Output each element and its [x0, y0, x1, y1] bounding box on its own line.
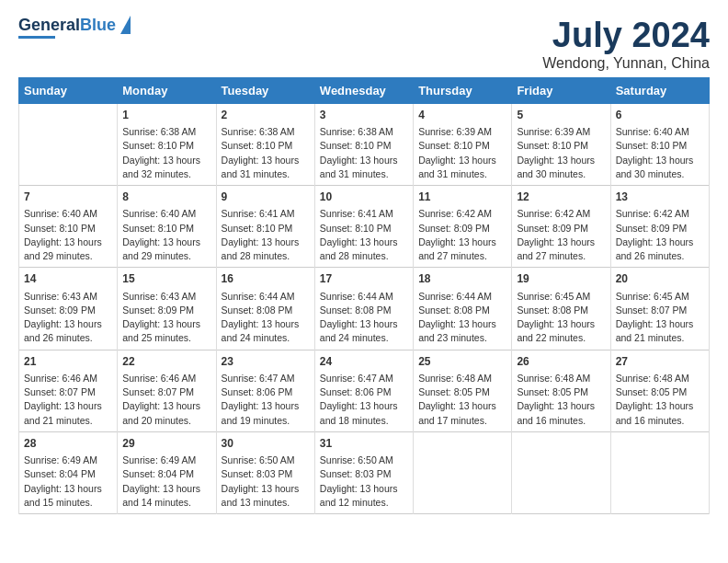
day-info: Sunrise: 6:50 AM Sunset: 8:03 PM Dayligh…: [320, 454, 408, 510]
day-info: Sunrise: 6:39 AM Sunset: 8:10 PM Dayligh…: [418, 125, 506, 181]
header-day-wednesday: Wednesday: [314, 77, 413, 103]
page: GeneralBlue July 2024 Wendong, Yunnan, C…: [0, 0, 728, 523]
main-title: July 2024: [542, 17, 710, 55]
calendar-cell: 17Sunrise: 6:44 AM Sunset: 8:08 PM Dayli…: [314, 268, 413, 350]
day-number: 7: [24, 190, 112, 205]
calendar-cell: 2Sunrise: 6:38 AM Sunset: 8:10 PM Daylig…: [216, 103, 314, 185]
calendar-cell: 23Sunrise: 6:47 AM Sunset: 8:06 PM Dayli…: [216, 350, 314, 431]
day-number: 17: [320, 271, 408, 287]
calendar-cell: 28Sunrise: 6:49 AM Sunset: 8:04 PM Dayli…: [19, 431, 118, 513]
day-info: Sunrise: 6:40 AM Sunset: 8:10 PM Dayligh…: [122, 207, 210, 263]
calendar-cell: 7Sunrise: 6:40 AM Sunset: 8:10 PM Daylig…: [19, 186, 118, 268]
calendar-cell: 14Sunrise: 6:43 AM Sunset: 8:09 PM Dayli…: [19, 268, 118, 350]
day-info: Sunrise: 6:40 AM Sunset: 8:10 PM Dayligh…: [616, 125, 704, 181]
week-row-2: 7Sunrise: 6:40 AM Sunset: 8:10 PM Daylig…: [19, 186, 710, 268]
day-number: 25: [418, 354, 506, 370]
header-day-thursday: Thursday: [414, 77, 512, 103]
title-block: July 2024 Wendong, Yunnan, China: [542, 17, 710, 72]
day-number: 8: [122, 190, 210, 205]
week-row-4: 21Sunrise: 6:46 AM Sunset: 8:07 PM Dayli…: [19, 350, 710, 431]
day-info: Sunrise: 6:41 AM Sunset: 8:10 PM Dayligh…: [222, 207, 310, 263]
day-info: Sunrise: 6:46 AM Sunset: 8:07 PM Dayligh…: [122, 372, 210, 428]
day-info: Sunrise: 6:47 AM Sunset: 8:06 PM Dayligh…: [222, 372, 310, 428]
logo: GeneralBlue: [18, 17, 131, 39]
day-info: Sunrise: 6:39 AM Sunset: 8:10 PM Dayligh…: [517, 125, 605, 181]
logo-general: GeneralBlue: [18, 17, 116, 35]
header: GeneralBlue July 2024 Wendong, Yunnan, C…: [18, 17, 710, 72]
day-number: 12: [517, 190, 605, 205]
calendar-cell: [610, 431, 709, 513]
day-info: Sunrise: 6:42 AM Sunset: 8:09 PM Dayligh…: [517, 207, 605, 263]
day-number: 14: [24, 271, 112, 287]
calendar-cell: 27Sunrise: 6:48 AM Sunset: 8:05 PM Dayli…: [610, 350, 709, 431]
calendar-cell: 15Sunrise: 6:43 AM Sunset: 8:09 PM Dayli…: [118, 268, 216, 350]
day-info: Sunrise: 6:38 AM Sunset: 8:10 PM Dayligh…: [320, 125, 408, 181]
calendar-cell: 20Sunrise: 6:45 AM Sunset: 8:07 PM Dayli…: [610, 268, 709, 350]
calendar-cell: [414, 431, 512, 513]
day-number: 27: [616, 354, 704, 370]
calendar-cell: 4Sunrise: 6:39 AM Sunset: 8:10 PM Daylig…: [414, 103, 512, 185]
day-number: 6: [616, 108, 704, 123]
day-info: Sunrise: 6:43 AM Sunset: 8:09 PM Dayligh…: [24, 290, 112, 346]
calendar-cell: 18Sunrise: 6:44 AM Sunset: 8:08 PM Dayli…: [414, 268, 512, 350]
day-number: 4: [418, 108, 506, 123]
calendar-cell: 11Sunrise: 6:42 AM Sunset: 8:09 PM Dayli…: [414, 186, 512, 268]
header-day-saturday: Saturday: [610, 77, 709, 103]
logo-triangle-icon: [120, 16, 131, 34]
day-number: 13: [616, 190, 704, 205]
day-info: Sunrise: 6:40 AM Sunset: 8:10 PM Dayligh…: [24, 207, 112, 263]
day-number: 22: [122, 354, 210, 370]
calendar-table: SundayMondayTuesdayWednesdayThursdayFrid…: [18, 77, 710, 514]
day-number: 26: [517, 354, 605, 370]
calendar-cell: 22Sunrise: 6:46 AM Sunset: 8:07 PM Dayli…: [118, 350, 216, 431]
calendar-cell: 10Sunrise: 6:41 AM Sunset: 8:10 PM Dayli…: [314, 186, 413, 268]
day-number: 10: [320, 190, 408, 205]
day-info: Sunrise: 6:41 AM Sunset: 8:10 PM Dayligh…: [320, 207, 408, 263]
calendar-cell: 25Sunrise: 6:48 AM Sunset: 8:05 PM Dayli…: [414, 350, 512, 431]
day-info: Sunrise: 6:48 AM Sunset: 8:05 PM Dayligh…: [517, 372, 605, 428]
week-row-1: 1Sunrise: 6:38 AM Sunset: 8:10 PM Daylig…: [19, 103, 710, 185]
day-number: 20: [616, 271, 704, 287]
week-row-3: 14Sunrise: 6:43 AM Sunset: 8:09 PM Dayli…: [19, 268, 710, 350]
day-number: 2: [222, 108, 310, 123]
day-number: 5: [517, 108, 605, 123]
day-info: Sunrise: 6:42 AM Sunset: 8:09 PM Dayligh…: [616, 207, 704, 263]
calendar-cell: 21Sunrise: 6:46 AM Sunset: 8:07 PM Dayli…: [19, 350, 118, 431]
day-number: 23: [222, 354, 310, 370]
calendar-cell: 19Sunrise: 6:45 AM Sunset: 8:08 PM Dayli…: [512, 268, 610, 350]
day-number: 15: [122, 271, 210, 287]
day-info: Sunrise: 6:38 AM Sunset: 8:10 PM Dayligh…: [222, 125, 310, 181]
calendar-cell: 5Sunrise: 6:39 AM Sunset: 8:10 PM Daylig…: [512, 103, 610, 185]
day-number: 3: [320, 108, 408, 123]
day-number: 18: [418, 271, 506, 287]
day-number: 19: [517, 271, 605, 287]
day-info: Sunrise: 6:48 AM Sunset: 8:05 PM Dayligh…: [616, 372, 704, 428]
calendar-header-row: SundayMondayTuesdayWednesdayThursdayFrid…: [19, 77, 710, 103]
calendar-cell: 6Sunrise: 6:40 AM Sunset: 8:10 PM Daylig…: [610, 103, 709, 185]
calendar-cell: 1Sunrise: 6:38 AM Sunset: 8:10 PM Daylig…: [118, 103, 216, 185]
calendar-cell: 31Sunrise: 6:50 AM Sunset: 8:03 PM Dayli…: [314, 431, 413, 513]
day-number: 1: [122, 108, 210, 123]
header-day-friday: Friday: [512, 77, 610, 103]
header-day-tuesday: Tuesday: [216, 77, 314, 103]
day-number: 11: [418, 190, 506, 205]
header-day-sunday: Sunday: [19, 77, 118, 103]
day-info: Sunrise: 6:44 AM Sunset: 8:08 PM Dayligh…: [222, 290, 310, 346]
day-number: 29: [122, 436, 210, 452]
day-number: 16: [222, 271, 310, 287]
day-info: Sunrise: 6:49 AM Sunset: 8:04 PM Dayligh…: [122, 454, 210, 510]
day-info: Sunrise: 6:45 AM Sunset: 8:07 PM Dayligh…: [616, 290, 704, 346]
day-info: Sunrise: 6:43 AM Sunset: 8:09 PM Dayligh…: [122, 290, 210, 346]
calendar-cell: 9Sunrise: 6:41 AM Sunset: 8:10 PM Daylig…: [216, 186, 314, 268]
day-info: Sunrise: 6:48 AM Sunset: 8:05 PM Dayligh…: [418, 372, 506, 428]
day-info: Sunrise: 6:47 AM Sunset: 8:06 PM Dayligh…: [320, 372, 408, 428]
calendar-cell: [512, 431, 610, 513]
day-info: Sunrise: 6:45 AM Sunset: 8:08 PM Dayligh…: [517, 290, 605, 346]
subtitle: Wendong, Yunnan, China: [542, 55, 710, 72]
day-info: Sunrise: 6:46 AM Sunset: 8:07 PM Dayligh…: [24, 372, 112, 428]
day-number: 28: [24, 436, 112, 452]
day-info: Sunrise: 6:49 AM Sunset: 8:04 PM Dayligh…: [24, 454, 112, 510]
calendar-cell: 12Sunrise: 6:42 AM Sunset: 8:09 PM Dayli…: [512, 186, 610, 268]
calendar-cell: 24Sunrise: 6:47 AM Sunset: 8:06 PM Dayli…: [314, 350, 413, 431]
calendar-cell: 3Sunrise: 6:38 AM Sunset: 8:10 PM Daylig…: [314, 103, 413, 185]
